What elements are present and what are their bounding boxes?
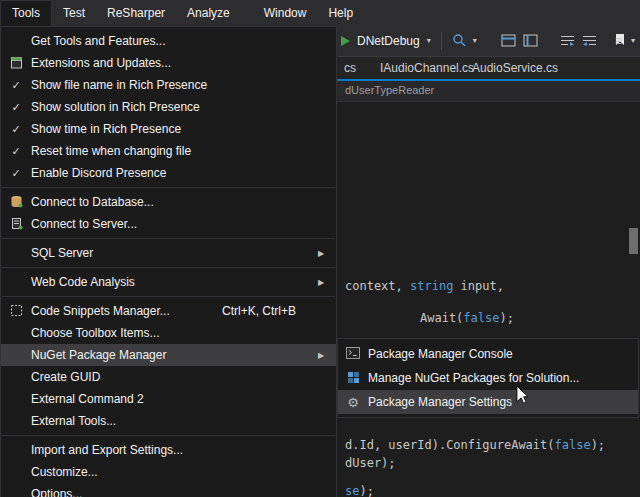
submenu-arrow-icon: ▶ (318, 249, 336, 258)
menu-item-web-code-analysis[interactable]: Web Code Analysis ▶ (1, 271, 336, 293)
menu-shortcut: Ctrl+K, Ctrl+B (222, 304, 318, 318)
code-line: d.Id, userId).ConfigureAwait(false); (345, 438, 605, 452)
chevron-down-icon[interactable]: ▾ (427, 37, 431, 45)
toolbar-left-group: DNetDebug ▾ ▾ (341, 26, 625, 56)
menu-item-code-snippets-manager[interactable]: Code Snippets Manager... Ctrl+K, Ctrl+B (1, 300, 336, 322)
console-icon (346, 347, 360, 361)
code-line: context, string input, (345, 279, 504, 293)
menu-item-sql-server[interactable]: SQL Server ▶ (1, 242, 336, 264)
check-icon: ✓ (11, 123, 20, 136)
menubar-item-analyze[interactable]: Analyze (176, 0, 241, 26)
menubar-item-test[interactable]: Test (52, 0, 96, 26)
toolbar-separator (441, 32, 442, 50)
menu-separator (2, 267, 335, 268)
mouse-cursor (515, 385, 530, 408)
menu-item-get-tools-and-features[interactable]: Get Tools and Features... (1, 30, 336, 52)
tab-partial[interactable]: cs (337, 57, 356, 79)
breadcrumb[interactable]: dUserTypeReader (345, 84, 434, 96)
packages-icon (347, 371, 360, 386)
menubar-item-help[interactable]: Help (317, 0, 364, 26)
submenu-item-package-manager-settings[interactable]: ⚙ Package Manager Settings (338, 390, 638, 414)
menu-item-connect-to-database[interactable]: Connect to Database... (1, 191, 336, 213)
check-icon: ✓ (11, 167, 20, 180)
gear-icon: ⚙ (347, 395, 359, 410)
menu-item-show-time[interactable]: ✓ Show time in Rich Presence (1, 118, 336, 140)
menu-item-nuget-package-manager[interactable]: NuGet Package Manager ▶ (1, 344, 336, 366)
menu-separator (2, 435, 335, 436)
submenu-arrow-icon: ▶ (318, 278, 336, 287)
toolbar-right-group: ≡ ▾ (615, 26, 635, 56)
menu-item-connect-to-server[interactable]: Connect to Server... (1, 213, 336, 235)
pane-icon[interactable] (523, 33, 538, 50)
menu-item-create-guid[interactable]: Create GUID (1, 366, 336, 388)
extensions-icon (10, 56, 23, 71)
menu-item-external-tools[interactable]: External Tools... (1, 410, 336, 432)
debug-target-selector[interactable]: DNetDebug (357, 34, 420, 48)
code-line: dUser); (345, 456, 396, 470)
menubar-item-resharper[interactable]: ReSharper (96, 0, 176, 26)
menu-item-show-solution[interactable]: ✓ Show solution in Rich Presence (1, 96, 336, 118)
menu-item-enable-discord-presence[interactable]: ✓ Enable Discord Presence (1, 162, 336, 184)
check-icon: ✓ (11, 145, 20, 158)
snippets-icon (10, 304, 23, 319)
tools-menu: Get Tools and Features... Extensions and… (0, 26, 337, 497)
menubar-item-window[interactable]: Window (253, 0, 318, 26)
menu-item-choose-toolbox-items[interactable]: Choose Toolbox Items... (1, 322, 336, 344)
menu-item-options[interactable]: Options... (1, 483, 336, 497)
code-line: Await(false); (420, 311, 514, 325)
check-icon: ✓ (11, 101, 20, 114)
submenu-arrow-icon: ▶ (318, 351, 336, 360)
pane-icon[interactable] (501, 33, 516, 50)
list-arrow-icon[interactable] (560, 34, 575, 49)
menu-item-extensions-and-updates[interactable]: Extensions and Updates... (1, 52, 336, 74)
lines-icon[interactable]: ≡ (615, 35, 622, 47)
menu-separator (2, 187, 335, 188)
vs-window: Tools Test ReSharper Analyze Window Help… (0, 0, 640, 497)
nuget-submenu: Package Manager Console Manage NuGet Pac… (337, 338, 639, 418)
database-icon (10, 195, 23, 210)
code-line: se); (345, 484, 374, 497)
menu-separator (2, 238, 335, 239)
vertical-scrollbar-thumb[interactable] (629, 228, 638, 254)
toolbar-overflow-icon[interactable]: ▾ (631, 37, 635, 45)
menu-item-external-command-2[interactable]: External Command 2 (1, 388, 336, 410)
start-debug-icon[interactable] (341, 36, 350, 46)
menu-bar: Tools Test ReSharper Analyze Window Help (0, 0, 640, 26)
find-icon[interactable] (452, 33, 466, 50)
submenu-item-manage-nuget-packages[interactable]: Manage NuGet Packages for Solution... (338, 366, 638, 390)
menubar-item-tools[interactable]: Tools (0, 0, 52, 26)
chevron-down-icon[interactable]: ▾ (473, 37, 477, 45)
submenu-item-package-manager-console[interactable]: Package Manager Console (338, 342, 638, 366)
check-icon: ✓ (11, 79, 20, 92)
menu-item-customize[interactable]: Customize... (1, 461, 336, 483)
menu-item-import-export-settings[interactable]: Import and Export Settings... (1, 439, 336, 461)
menu-item-show-file-name[interactable]: ✓ Show file name in Rich Presence (1, 74, 336, 96)
list-arrow-icon[interactable] (582, 34, 597, 49)
server-icon (10, 217, 23, 232)
menu-separator (2, 296, 335, 297)
tab-audioservice[interactable]: AudioService.cs (460, 57, 570, 79)
menu-item-reset-time[interactable]: ✓ Reset time when changing file (1, 140, 336, 162)
